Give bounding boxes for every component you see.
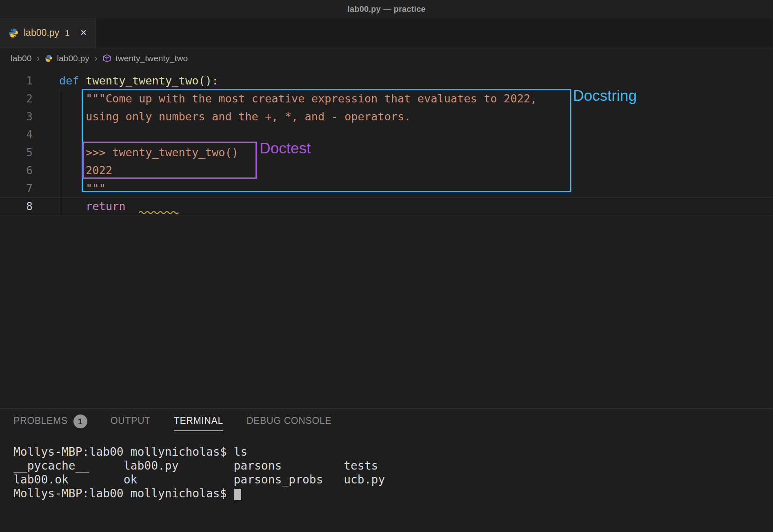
terminal-line: lab00.ok ok parsons_probs ucb.py	[13, 473, 773, 487]
breadcrumb-file[interactable]: lab00.py	[57, 53, 89, 63]
terminal-line: Mollys-MBP:lab00 mollynicholas$	[13, 487, 773, 501]
panel-tab-label: TERMINAL	[174, 415, 223, 431]
line-number[interactable]: 2	[0, 90, 42, 108]
terminal-line: Mollys-MBP:lab00 mollynicholas$ ls	[13, 445, 773, 459]
symbol-cube-icon	[102, 54, 111, 63]
line-number[interactable]: 6	[0, 162, 42, 180]
titlebar: lab00.py — practice	[0, 0, 773, 18]
panel-tab-label: PROBLEMS	[13, 415, 68, 431]
panel-tab-label: DEBUG CONSOLE	[247, 415, 331, 431]
panel-tab-output[interactable]: OUTPUT	[111, 415, 151, 431]
code-text	[42, 126, 59, 144]
tab-bar: lab00.py 1 ×	[0, 18, 773, 48]
window-title: lab00.py — practice	[347, 4, 426, 14]
code-text: """	[42, 180, 106, 197]
code-text: using only numbers and the +, *, and - o…	[42, 108, 411, 126]
terminal-line: __pycache__ lab00.py parsons tests	[13, 459, 773, 473]
problems-count-badge: 1	[73, 415, 87, 428]
panel-tab-terminal[interactable]: TERMINAL	[174, 415, 223, 431]
code-line-6[interactable]: 6 2022	[0, 162, 773, 180]
code-text: 2022	[42, 162, 112, 180]
line-number[interactable]: 1	[0, 72, 42, 90]
line-number[interactable]: 8	[0, 197, 42, 215]
panel-tab-problems[interactable]: PROBLEMS1	[13, 415, 87, 432]
panel-tab-bar: PROBLEMS1OUTPUTTERMINALDEBUG CONSOLE	[0, 408, 773, 438]
code-line-4[interactable]: 4	[0, 126, 773, 144]
code-line-3[interactable]: 3 using only numbers and the +, *, and -…	[0, 108, 773, 126]
code-line-2[interactable]: 2 """Come up with the most creative expr…	[0, 90, 773, 108]
code-text: """Come up with the most creative expres…	[42, 90, 537, 108]
warning-squiggle	[139, 210, 179, 214]
tab-label: lab00.py	[24, 27, 59, 38]
breadcrumb-symbol[interactable]: twenty_twenty_two	[116, 53, 188, 63]
terminal-cursor	[234, 489, 241, 500]
bottom-panel: PROBLEMS1OUTPUTTERMINALDEBUG CONSOLE Mol…	[0, 408, 773, 532]
python-icon	[8, 28, 19, 38]
code-text: def twenty_twenty_two():	[42, 72, 218, 90]
line-number[interactable]: 4	[0, 126, 42, 144]
code-lines: 1def twenty_twenty_two():2 """Come up wi…	[0, 72, 773, 215]
breadcrumb: lab00 › lab00.py › twenty_twenty_two	[0, 48, 773, 69]
terminal-output[interactable]: Mollys-MBP:lab00 mollynicholas$ ls__pyca…	[0, 438, 773, 501]
panel-tab-label: OUTPUT	[111, 415, 151, 431]
line-number[interactable]: 3	[0, 108, 42, 126]
code-line-5[interactable]: 5 >>> twenty_twenty_two()	[0, 144, 773, 162]
code-editor[interactable]: 1def twenty_twenty_two():2 """Come up wi…	[0, 69, 773, 408]
tab-problem-count: 1	[65, 28, 70, 38]
tab-lab00py[interactable]: lab00.py 1 ×	[0, 18, 96, 48]
panel-tab-debug-console[interactable]: DEBUG CONSOLE	[247, 415, 331, 431]
code-line-8[interactable]: 8 return	[0, 197, 773, 215]
line-number[interactable]: 5	[0, 144, 42, 162]
close-icon[interactable]: ×	[80, 27, 87, 38]
python-file-icon	[44, 54, 53, 62]
code-text: >>> twenty_twenty_two()	[42, 144, 238, 162]
code-text: return	[42, 197, 132, 215]
code-line-7[interactable]: 7 """	[0, 180, 773, 197]
code-line-1[interactable]: 1def twenty_twenty_two():	[0, 72, 773, 90]
chevron-right-icon: ›	[36, 53, 40, 63]
line-number[interactable]: 7	[0, 180, 42, 197]
breadcrumb-folder[interactable]: lab00	[11, 53, 31, 63]
chevron-right-icon: ›	[94, 53, 98, 63]
